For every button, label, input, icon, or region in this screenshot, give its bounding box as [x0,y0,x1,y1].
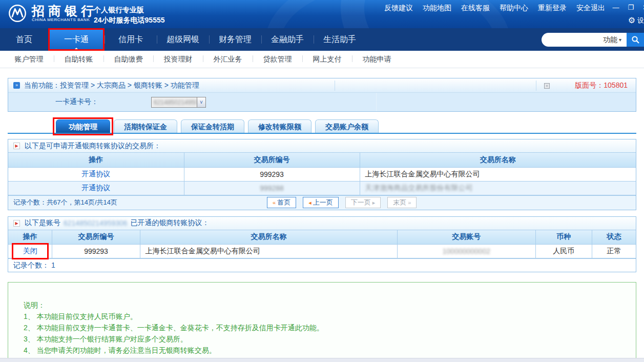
breadcrumb-box: » 当前功能： 投资管理 > 大宗商品 > 银商转账 > 功能管理 版面号：10… [8,78,636,112]
link-function-map[interactable]: 功能地图 [423,4,451,13]
subnav-function-apply[interactable]: 功能申请 [352,55,402,64]
next-page-button[interactable]: 下一页 ▸ [345,197,381,208]
record-count: 记录个数： 1 [13,261,55,270]
edition-block: 个人银行专业版 24小时服务电话95555 [94,5,165,25]
bank-name: 招商银行 [32,5,97,18]
main-content: » 当前功能： 投资管理 > 大宗商品 > 银商转账 > 功能管理 版面号：10… [0,78,644,358]
col-status: 状态 [592,230,636,245]
minimize-icon[interactable]: — [612,4,619,11]
note-item: 3、 本功能支持一个银行结算账户对应多个交易所。 [24,333,636,345]
record-count-row: 记录个数： 1 [8,258,636,272]
table-header-row: 操作 交易所编号 交易所名称 [8,153,636,167]
section-marker-icon: ▶ [13,143,20,149]
settings-label: 设置 [637,16,644,25]
select-arrow-icon: ˅ [197,97,205,107]
subnav-account-mgmt[interactable]: 账户管理 [4,55,54,64]
col-currency: 币种 [535,230,592,245]
note-item: 2、 本功能目前仅支持一卡通普卡、一卡通金卡、金葵花卡，不支持存折及信用卡开通此… [24,322,636,333]
currency-value: 人民币 [535,245,592,258]
col-exchange-name: 交易所名称 [360,153,636,167]
col-exchange-code: 交易所编号 [184,153,360,167]
main-nav: 首页 一卡通 信用卡 超级网银 财务管理 金融助手 生活助手 功能 ▾ [0,28,644,51]
settings-button[interactable]: ⚙ 设置 [628,16,644,25]
redacted-trading-account: 100000000002 [443,247,490,255]
function-tabs: 功能管理 活期转保证金 保证金转活期 修改转账限额 交易账户余额 [8,118,636,134]
available-section-header: ▶ 以下是可申请开通银商转账协议的交易所： [8,139,636,153]
edition-label: 个人银行专业版 [94,5,165,15]
tab-trading-account-balance[interactable]: 交易账户余额 [315,119,379,133]
link-safe-exit[interactable]: 安全退出 [576,4,605,13]
open-agreement-link[interactable]: 开通协议 [81,184,110,192]
top-header: 招商银行 CHINA MERCHANTS BANK 个人银行专业版 24小时服务… [0,0,644,28]
bank-name-block: 招商银行 CHINA MERCHANTS BANK [32,5,97,22]
subnav-self-payment[interactable]: 自助缴费 [103,55,153,64]
subnav-self-transfer[interactable]: 自助转账 [54,55,103,64]
open-agreement-link[interactable]: 开通协议 [81,170,110,178]
search-category-dropdown[interactable]: 功能 ▾ [603,35,621,45]
tab-demand-to-margin[interactable]: 活期转保证金 [114,119,177,133]
redacted-exchange-name: 天津渤海商品交易所股份有限公司 [365,184,473,192]
gear-icon: ⚙ [628,16,635,25]
subnav-loan-mgmt[interactable]: 贷款管理 [253,55,302,64]
breadcrumb-label: 当前功能： [24,81,60,90]
card-number-label: 一卡通卡号： [55,97,98,107]
active-tab-pointer-icon [73,48,79,51]
nav-item-all-in-one-card[interactable]: 一卡通 [48,28,105,51]
note-item: 4、 当您申请关闭功能时，请务必注意当日无银商转账交易。 [24,345,636,356]
hotline-label: 24小时服务电话95555 [94,15,165,25]
nav-item-credit-card[interactable]: 信用卡 [105,28,157,51]
breadcrumb-bar: » 当前功能： 投资管理 > 大宗商品 > 银商转账 > 功能管理 版面号：10… [8,78,636,93]
link-feedback[interactable]: 反馈建议 [384,4,413,13]
prev-page-button[interactable]: ◂ 上一页 [303,197,339,208]
available-exchanges-table: 操作 交易所编号 交易所名称 开通协议 999293 上海长江联合金属交易中心有… [8,153,636,195]
card-number-select[interactable]: 6214850214959306 ˅ [151,97,206,108]
first-page-button[interactable]: « 首页 [267,197,296,208]
table-row: 开通协议 999293 上海长江联合金属交易中心有限公司 [8,167,636,181]
tab-function-mgmt[interactable]: 功能管理 [56,119,110,133]
search-input[interactable]: 功能 ▾ [542,33,627,47]
link-online-service[interactable]: 在线客服 [461,4,490,13]
subnav-forex[interactable]: 外汇业务 [203,55,253,64]
nav-item-life-assistant[interactable]: 生活助手 [314,28,366,51]
sub-nav: 账户管理 自助转账 自助缴费 投资理财 外汇业务 贷款管理 网上支付 功能申请 [0,51,644,68]
panel-toggle-icon[interactable] [544,83,550,89]
divider [335,81,335,91]
last-page-icon: » [408,199,411,206]
section-marker-icon: ▶ [13,220,20,227]
restore-icon[interactable]: ❐ [628,4,634,11]
nav-item-home[interactable]: 首页 [0,28,48,51]
table-row: 关闭 999293 上海长江联合金属交易中心有限公司 100000000002 … [8,245,636,258]
opened-title-prefix: 以下是账号 [25,218,60,228]
search-group: 功能 ▾ [542,33,644,47]
opened-section-header: ▶ 以下是账号 6214850214959306 已开通的银商转账协议： [8,217,636,230]
search-button[interactable] [627,33,644,47]
available-section-title: 以下是可申请开通银商转账协议的交易所： [25,142,161,151]
subnav-online-payment[interactable]: 网上支付 [302,55,352,64]
col-exchange-code: 交易所编号 [52,230,140,245]
redacted-account-number: 6214850214959306 [64,219,128,227]
subnav-investment[interactable]: 投资理财 [153,55,203,64]
top-links: 反馈建议 功能地图 在线客服 帮助中心 重新登录 安全退出 [384,4,605,13]
prev-page-icon: ◂ [308,199,311,206]
pagination-row: 记录个数：共67个，第14页/共14页 « 首页 ◂ 上一页 下一页 ▸ 末页 … [8,195,636,210]
nav-item-finance-mgmt[interactable]: 财务管理 [209,28,261,51]
card-number-value-redacted: 6214850214959306 [152,97,197,107]
col-exchange-name: 交易所名称 [140,230,397,245]
close-agreement-link[interactable]: 关闭 [23,247,37,255]
nav-item-financial-assistant[interactable]: 金融助手 [261,28,314,51]
first-page-icon: « [273,199,276,206]
col-action: 操作 [8,153,184,167]
tab-margin-to-demand[interactable]: 保证金转活期 [181,119,244,133]
tab-modify-transfer-limit[interactable]: 修改转账限额 [248,119,311,133]
last-page-button[interactable]: 末页 » [387,197,417,208]
available-exchanges-section: ▶ 以下是可申请开通银商转账协议的交易所： 操作 交易所编号 交易所名称 开通协… [8,139,636,210]
nav-item-super-netbank[interactable]: 超级网银 [157,28,209,51]
divider [536,81,536,91]
opened-title-suffix: 已开通的银商转账协议： [131,218,210,228]
table-header-row: 操作 交易所编号 交易所名称 交易账号 币种 状态 [8,230,636,245]
cmb-logo-icon [8,4,27,23]
bank-logo: 招商银行 CHINA MERCHANTS BANK [8,4,97,23]
link-help-center[interactable]: 帮助中心 [500,4,528,13]
notes-title: 说明： [24,299,636,311]
link-relogin[interactable]: 重新登录 [538,4,567,13]
